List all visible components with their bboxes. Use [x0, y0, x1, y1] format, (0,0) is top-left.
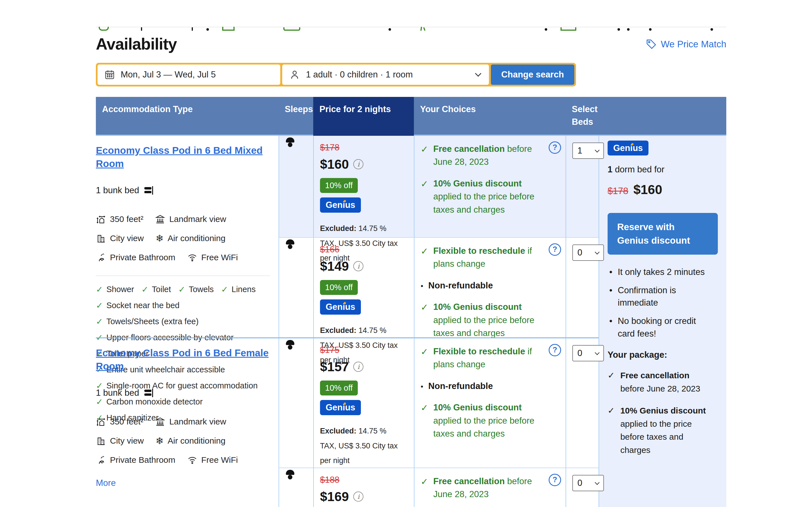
- sleeps-cell: [278, 237, 313, 337]
- price-info-icon[interactable]: i: [353, 362, 363, 372]
- current-price: $169: [320, 489, 349, 504]
- calendar-icon: [104, 69, 115, 80]
- shower-icon: [96, 252, 106, 263]
- bed-config: 1 bunk bed: [96, 387, 270, 399]
- room-link-female[interactable]: Economy Class Pod in 6 Bed Female Room: [96, 347, 269, 372]
- city-view: City view: [96, 233, 144, 243]
- package-item: 10% Genius discount applied to the price…: [608, 404, 715, 457]
- feature-item: Socket near the bed: [96, 300, 180, 311]
- room-cell-mixed: Economy Class Pod in 6 Bed Mixed Room 1 …: [96, 136, 278, 337]
- reserve-button[interactable]: Reserve with Genius discount: [608, 213, 718, 255]
- current-price: $157: [320, 359, 349, 374]
- amenity-fragment-icon: [222, 27, 235, 31]
- help-question-icon[interactable]: ?: [549, 243, 561, 256]
- date-range-field[interactable]: Mon, Jul 3 — Wed, Jul 5: [98, 64, 280, 85]
- price-cell: $175 $157i 10% off Genius Excluded: 14.7…: [313, 337, 414, 467]
- check-icon: [96, 317, 103, 327]
- header-sleeps: Sleeps: [278, 97, 313, 136]
- selection-summary: 1 dorm bed for: [608, 165, 718, 175]
- amenity-fragment-glyph: [649, 28, 652, 31]
- search-bar: Mon, Jul 3 — Wed, Jul 5 1 adult · 0 chil…: [96, 63, 576, 87]
- occupancy-selector[interactable]: 1 adult · 0 children · 1 room: [282, 64, 489, 85]
- benefit-item: Confirmation is immediate: [608, 284, 715, 309]
- check-icon: [421, 345, 428, 371]
- price-tag-icon: [646, 39, 657, 50]
- current-price: $160: [320, 157, 349, 172]
- header-select-beds: Select Beds: [566, 97, 599, 136]
- choice-item: Free cancellation before June 28, 2023: [421, 143, 539, 169]
- choice-item: 10% Genius discount applied to the price…: [421, 177, 539, 217]
- change-search-button[interactable]: Change search: [491, 64, 574, 85]
- price-cell: $178 $160i 10% off Genius Excluded: 14.7…: [313, 136, 414, 237]
- check-icon: [608, 404, 615, 457]
- choices-cell: Flexible to reschedule if plans change N…: [414, 237, 566, 337]
- check-icon: [421, 177, 428, 217]
- choice-item: Non-refundable: [421, 279, 539, 292]
- chevron-down-icon: [595, 350, 600, 355]
- chevron-down-icon: [595, 148, 600, 152]
- amenity-fragment-glyph: [389, 28, 391, 31]
- help-question-icon[interactable]: ?: [549, 344, 561, 356]
- check-icon: [96, 284, 103, 294]
- private-bathroom: Private Bathroom: [96, 252, 175, 263]
- more-link[interactable]: More: [96, 478, 116, 488]
- select-beds-cell: 0: [566, 337, 599, 467]
- check-icon: [421, 475, 428, 501]
- header-empty: [599, 97, 726, 136]
- sleeps-cell: [278, 136, 313, 237]
- check-icon: [96, 300, 103, 311]
- header-price-sorted[interactable]: Price for 2 nights: [313, 97, 414, 136]
- air-conditioning: ❄ Air conditioning: [156, 233, 225, 243]
- check-icon: [421, 143, 428, 169]
- reservation-sidebar: Genius 1 dorm bed for $178 $160 Reserve …: [599, 136, 726, 507]
- price-info-icon[interactable]: i: [353, 261, 363, 271]
- amenity-fragment-glyph: [141, 27, 142, 31]
- clipped-amenity-strip: [96, 27, 726, 31]
- reserve-benefits: It only takes 2 minutes Confirmation is …: [608, 266, 718, 341]
- availability-table: Economy Class Pod in 6 Bed Mixed Room 1 …: [96, 136, 726, 507]
- price-info-icon[interactable]: i: [353, 159, 363, 169]
- original-price: $166: [320, 244, 408, 255]
- wifi-icon: [187, 455, 197, 465]
- choices-cell: Free cancellation before June 28, 2023 1…: [414, 136, 566, 237]
- header-accommodation-type: Accommodation Type: [96, 97, 278, 136]
- air-conditioning: ❄ Air conditioning: [156, 436, 225, 446]
- header-your-choices: Your Choices: [414, 97, 566, 136]
- beds-select[interactable]: 1: [572, 143, 604, 159]
- genius-badge: Genius: [320, 400, 361, 415]
- check-icon: [421, 300, 428, 340]
- beds-select[interactable]: 0: [572, 475, 604, 491]
- genius-badge: Genius: [320, 198, 361, 213]
- amenity-fragment-icon: [99, 27, 109, 31]
- help-question-icon[interactable]: ?: [549, 142, 561, 154]
- room-link-mixed[interactable]: Economy Class Pod in 6 Bed Mixed Room: [96, 145, 262, 169]
- beds-select[interactable]: 0: [572, 345, 604, 361]
- bullet-icon: [421, 380, 423, 393]
- genius-badge: Genius: [320, 299, 361, 315]
- bed-config: 1 bunk bed: [96, 185, 270, 196]
- amenity-fragment-icon: [423, 27, 425, 31]
- price-info-icon[interactable]: i: [353, 492, 363, 502]
- shower-icon: [96, 455, 106, 465]
- check-icon: [421, 401, 428, 441]
- table-header-row: Accommodation Type Sleeps Price for 2 ni…: [96, 97, 726, 136]
- chevron-down-icon: [475, 70, 481, 77]
- original-total: $178: [608, 186, 628, 196]
- check-icon: [141, 284, 148, 294]
- room-size: 350 feet²: [96, 214, 143, 224]
- check-icon: [421, 244, 428, 271]
- bunk-bed-icon: [143, 387, 154, 399]
- we-price-match-link[interactable]: We Price Match: [646, 39, 726, 50]
- availability-page: Availability We Price Match Mon, Jul 3 —…: [96, 27, 726, 507]
- help-question-icon[interactable]: ?: [549, 474, 561, 486]
- person-icon: [289, 69, 300, 80]
- total-price: $178 $160: [608, 182, 718, 197]
- room-cell-female: Economy Class Pod in 6 Bed Female Room 1…: [96, 337, 278, 507]
- amenity-fragment-glyph: [711, 28, 713, 31]
- select-beds-cell: 1: [566, 136, 599, 237]
- benefit-item: It only takes 2 minutes: [608, 266, 715, 279]
- beds-select[interactable]: 0: [572, 244, 604, 261]
- choice-item: Non-refundable: [421, 380, 539, 393]
- snowflake-icon: ❄: [156, 233, 164, 243]
- free-wifi: Free WiFi: [187, 252, 238, 263]
